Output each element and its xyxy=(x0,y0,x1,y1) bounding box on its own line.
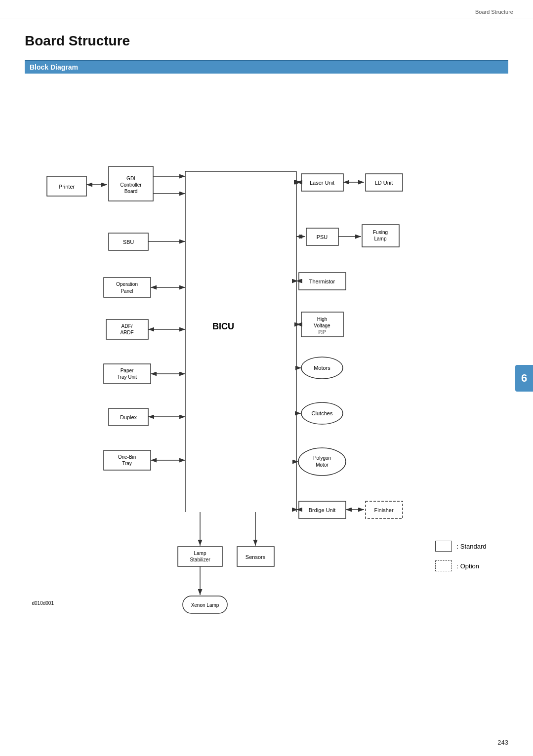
svg-rect-31 xyxy=(299,501,346,518)
laser-unit-label: Laser Unit xyxy=(309,180,334,186)
paper-tray-label1: Paper xyxy=(120,368,133,373)
svg-rect-33 xyxy=(178,547,222,566)
legend-option-box xyxy=(435,560,452,571)
legend-standard: : Standard xyxy=(435,541,487,552)
legend-area: : Standard : Option xyxy=(435,541,487,571)
tab-number: 6 xyxy=(521,372,527,385)
gdi-label1: GDI xyxy=(126,176,135,181)
psu-label: PSU xyxy=(316,234,328,240)
svg-text:ARDF: ARDF xyxy=(120,330,133,335)
thermistor-label: Thermistor xyxy=(309,279,335,284)
svg-rect-11 xyxy=(106,319,148,339)
page-number: 243 xyxy=(497,739,508,746)
xenon-label: Xenon Lamp xyxy=(191,602,219,608)
svg-rect-8 xyxy=(109,233,148,250)
side-tab: 6 xyxy=(515,365,533,392)
svg-text:Motor: Motor xyxy=(316,462,328,468)
svg-text:Panel: Panel xyxy=(121,288,133,294)
svg-text:Tray Unit: Tray Unit xyxy=(117,374,136,380)
svg-rect-16 xyxy=(104,450,151,470)
diagram-area: Printer GDI Controller Board SBU Operati… xyxy=(32,87,501,631)
polygon-label1: Polygon xyxy=(313,455,330,461)
svg-rect-23 xyxy=(299,273,346,290)
legend-standard-label: : Standard xyxy=(457,543,487,550)
svg-rect-15 xyxy=(109,408,148,426)
high-voltage-label1: High xyxy=(317,317,327,322)
svg-rect-35 xyxy=(237,547,274,566)
svg-point-28 xyxy=(301,402,343,424)
ld-unit-label: LD Unit xyxy=(374,180,393,186)
svg-text:Controller: Controller xyxy=(120,182,142,188)
svg-text:Stabilizer: Stabilizer xyxy=(190,557,210,562)
legend-option-label: : Option xyxy=(457,562,480,570)
lamp-stab-label1: Lamp xyxy=(194,551,206,556)
sbu-label: SBU xyxy=(123,239,134,245)
page-title: Board Structure xyxy=(25,33,508,49)
svg-rect-32 xyxy=(366,501,403,518)
legend-option: : Option xyxy=(435,560,487,571)
svg-text:Tray: Tray xyxy=(122,461,132,466)
clutches-label: Clutches xyxy=(311,410,332,416)
svg-rect-36 xyxy=(183,596,227,613)
svg-rect-5 xyxy=(109,166,153,201)
printer-label: Printer xyxy=(58,184,75,190)
page-header: Board Structure xyxy=(0,0,533,18)
finisher-label: Finisher xyxy=(374,507,393,513)
svg-text:Lamp: Lamp xyxy=(374,236,386,241)
svg-rect-18 xyxy=(301,174,343,191)
op-panel-label1: Operation xyxy=(116,281,138,287)
section-header: Block Diagram xyxy=(25,60,508,74)
diagram-svg: Printer GDI Controller Board SBU Operati… xyxy=(32,87,501,631)
svg-text:P.P: P.P xyxy=(318,329,326,335)
main-content: Board Structure Block Diagram xyxy=(0,18,533,650)
sensors-label: Sensors xyxy=(245,554,265,560)
fusing-label1: Fusing xyxy=(372,230,387,235)
legend-standard-box xyxy=(435,541,452,552)
svg-point-27 xyxy=(301,357,343,379)
diagram-id: d010d001 xyxy=(32,600,54,606)
adf-label1: ADF/ xyxy=(121,323,132,329)
svg-text:Board: Board xyxy=(124,189,137,194)
svg-rect-24 xyxy=(301,312,343,337)
bicu-label: BICU xyxy=(212,321,234,331)
svg-rect-9 xyxy=(104,278,151,297)
svg-rect-4 xyxy=(47,176,86,196)
svg-rect-13 xyxy=(104,364,151,384)
duplex-label: Duplex xyxy=(120,414,137,420)
svg-rect-19 xyxy=(366,174,403,191)
svg-rect-21 xyxy=(362,225,399,247)
bridge-label: Brdige Unit xyxy=(308,507,335,513)
one-bin-label1: One-Bin xyxy=(118,454,136,460)
svg-point-29 xyxy=(298,448,346,476)
svg-text:Voltage: Voltage xyxy=(314,323,330,328)
motors-label: Motors xyxy=(314,365,330,371)
header-label: Board Structure xyxy=(475,9,513,15)
svg-rect-20 xyxy=(306,228,338,245)
